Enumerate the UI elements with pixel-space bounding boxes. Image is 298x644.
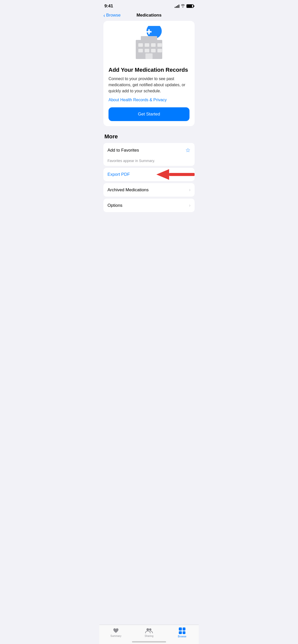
- hospital-illustration: [109, 26, 189, 62]
- chevron-right-icon: ›: [189, 203, 191, 208]
- svg-marker-15: [156, 169, 169, 180]
- status-time: 9:41: [104, 4, 113, 9]
- signal-icon: [175, 4, 179, 8]
- main-content: Add Your Medication Records Connect to y…: [99, 21, 199, 240]
- svg-rect-13: [145, 53, 153, 59]
- svg-rect-12: [157, 49, 162, 52]
- svg-rect-8: [157, 43, 162, 47]
- options-container: Options ›: [103, 199, 195, 212]
- more-section-title: More: [103, 133, 195, 140]
- chevron-right-icon: ›: [189, 187, 191, 193]
- wifi-icon: [181, 4, 185, 8]
- svg-rect-5: [138, 43, 143, 47]
- card-title: Add Your Medication Records: [109, 67, 189, 73]
- get-started-button[interactable]: Get Started: [109, 107, 189, 121]
- svg-rect-14: [169, 173, 195, 176]
- back-button[interactable]: ‹ Browse: [103, 13, 120, 18]
- nav-bar: ‹ Browse Medications: [99, 11, 199, 21]
- options-label: Options: [107, 203, 123, 208]
- options-item[interactable]: Options ›: [103, 199, 195, 212]
- svg-rect-4: [148, 29, 150, 34]
- export-pdf-container: Export PDF: [103, 168, 195, 181]
- battery-icon: [186, 4, 194, 8]
- add-to-favorites-container: Add to Favorites ☆ Favorites appear in S…: [103, 143, 195, 166]
- card-description: Connect to your provider to see past med…: [109, 76, 189, 94]
- add-to-favorites-label: Add to Favorites: [107, 148, 139, 153]
- svg-rect-2: [141, 36, 157, 41]
- red-arrow-annotation: [154, 168, 195, 181]
- chevron-left-icon: ‹: [103, 13, 105, 18]
- status-icons: [175, 4, 194, 8]
- archived-medications-label: Archived Medications: [107, 187, 149, 193]
- privacy-link[interactable]: About Health Records & Privacy: [109, 98, 189, 102]
- svg-rect-10: [145, 49, 149, 52]
- svg-rect-6: [145, 43, 149, 47]
- svg-rect-7: [151, 43, 156, 47]
- svg-rect-11: [151, 49, 156, 52]
- page-title: Medications: [137, 13, 161, 18]
- favorites-hint: Favorites appear in Summary.: [103, 158, 195, 166]
- export-pdf-label: Export PDF: [107, 172, 130, 177]
- svg-rect-9: [138, 49, 143, 52]
- archived-medications-container: Archived Medications ›: [103, 183, 195, 197]
- star-icon: ☆: [185, 147, 191, 154]
- status-bar: 9:41: [99, 0, 199, 11]
- archived-medications-item[interactable]: Archived Medications ›: [103, 183, 195, 197]
- health-records-card: Add Your Medication Records Connect to y…: [103, 21, 195, 126]
- back-label: Browse: [106, 13, 121, 18]
- add-to-favorites-item[interactable]: Add to Favorites ☆: [103, 143, 195, 158]
